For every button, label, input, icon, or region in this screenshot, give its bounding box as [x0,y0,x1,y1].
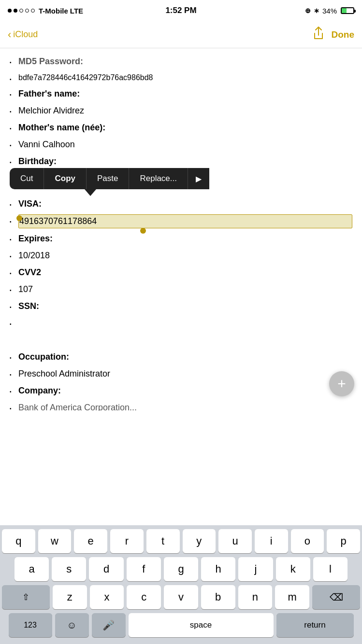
note-text[interactable] [18,317,352,330]
key-v[interactable]: v [164,585,198,609]
note-text[interactable]: Expires: [18,232,352,245]
note-text[interactable]: Bank of America Corporation... [18,401,352,411]
note-text[interactable]: Vanni Calhoon [18,138,352,151]
bullet: • [10,59,18,66]
note-text[interactable]: 107 [18,283,352,296]
key-i[interactable]: i [255,529,288,553]
key-w[interactable]: w [38,529,72,553]
key-g[interactable]: g [164,557,198,581]
keyboard-row-3: ⇧ z x c v b n m ⌫ [0,585,362,609]
keyboard-row-1: q w e r t y u i o p [0,529,362,553]
bullet: • [10,236,18,243]
return-key[interactable]: return [276,613,354,637]
key-o[interactable]: o [291,529,324,553]
note-text[interactable]: Melchior Alvidrez [18,104,352,117]
list-item: • bdfe7a728446c41642972b76ac986bd8 [10,70,352,85]
back-label: iCloud [13,29,38,40]
context-menu: Cut Copy Paste Replace... ▶ [10,168,209,189]
key-p[interactable]: p [327,529,360,553]
key-j[interactable]: j [238,557,273,581]
key-c[interactable]: c [127,585,161,609]
dot-1 [8,9,12,13]
bullet: • [10,405,18,411]
delete-key[interactable]: ⌫ [312,585,360,609]
replace-menu-item[interactable]: Replace... [129,168,188,189]
list-item: • Father's name: [10,85,352,102]
note-text[interactable]: Preschool Administrator [18,367,352,380]
copy-menu-item[interactable]: Copy [44,168,87,189]
microphone-key[interactable]: 🎤 [92,613,126,637]
emoji-key[interactable]: ☺ [55,613,89,637]
key-f[interactable]: f [127,557,161,581]
bullet: • [10,270,18,277]
key-u[interactable]: u [218,529,252,553]
key-k[interactable]: k [276,557,310,581]
menu-more-button[interactable]: ▶ [188,168,209,189]
dot-4 [25,9,29,13]
nav-bar: ‹ iCloud Done [0,21,362,48]
key-s[interactable]: s [52,557,86,581]
key-y[interactable]: y [183,529,216,553]
done-button[interactable]: Done [332,29,355,40]
nav-right-actions: Done [313,27,355,43]
key-h[interactable]: h [201,557,235,581]
list-item: • 10/2018 [10,247,352,264]
list-item: • Bank of America Corporation... [10,399,352,411]
key-a[interactable]: a [14,557,49,581]
key-q[interactable]: q [2,529,35,553]
dot-5 [31,9,35,13]
bullet: • [10,321,18,328]
note-text[interactable]: MD5 Password: [18,55,352,68]
list-item: • CVV2 [10,264,352,281]
selection-handle-right[interactable] [140,228,146,234]
cut-menu-item[interactable]: Cut [10,168,44,189]
key-m[interactable]: m [275,585,309,609]
network-type: LTE [70,7,83,15]
add-button[interactable]: + [329,371,354,396]
list-item: • Birthday: [10,153,352,167]
note-text[interactable] [18,334,352,347]
bullet: • [10,159,18,166]
share-button[interactable] [313,27,324,43]
key-n[interactable]: n [238,585,273,609]
carrier-name: T-Mobile [39,7,68,15]
note-text[interactable]: Mother's name (née): [18,121,352,134]
note-text[interactable]: CVV2 [18,266,352,279]
list-item: • Vanni Calhoon [10,136,352,153]
note-text[interactable]: bdfe7a728446c41642972b76ac986bd8 [18,72,352,84]
note-text[interactable]: Birthday: [18,155,352,167]
bullet: • [10,142,18,149]
key-t[interactable]: t [146,529,180,553]
status-right: ⊕ ∗ 34% [305,7,354,15]
note-text[interactable]: SSN: [18,300,352,313]
key-r[interactable]: r [110,529,144,553]
list-item: • MD5 Password: [10,53,352,70]
key-e[interactable]: e [74,529,107,553]
note-text[interactable]: VISA: [18,197,352,210]
shift-key[interactable]: ⇧ [2,585,50,609]
note-text[interactable]: Father's name: [18,87,352,100]
keyboard-row-2: a s d f g h j k l [0,557,362,581]
bullet: • [10,388,18,395]
selection-handle-left[interactable] [16,215,22,221]
back-button[interactable]: ‹ iCloud [8,28,38,41]
visa-number-text[interactable]: 4916370761178864 [18,214,352,228]
signal-dots [8,9,35,13]
note-text[interactable]: 10/2018 [18,249,352,262]
key-z[interactable]: z [53,585,87,609]
key-x[interactable]: x [90,585,124,609]
paste-menu-item[interactable]: Paste [87,168,129,189]
key-b[interactable]: b [201,585,235,609]
space-key[interactable]: space [129,613,274,637]
dot-2 [14,9,17,13]
number-key[interactable]: 123 [9,613,52,637]
status-time: 1:52 PM [165,6,196,15]
battery-fill [342,8,347,13]
key-d[interactable]: d [89,557,123,581]
location-icon: ⊕ [305,7,311,14]
note-list-2: • VISA: • 4916370761178864 • Expires: • … [10,196,352,411]
note-text[interactable]: Occupation: [18,350,352,364]
list-item: • Company: [10,382,352,399]
note-text[interactable]: Company: [18,384,352,397]
key-l[interactable]: l [313,557,348,581]
